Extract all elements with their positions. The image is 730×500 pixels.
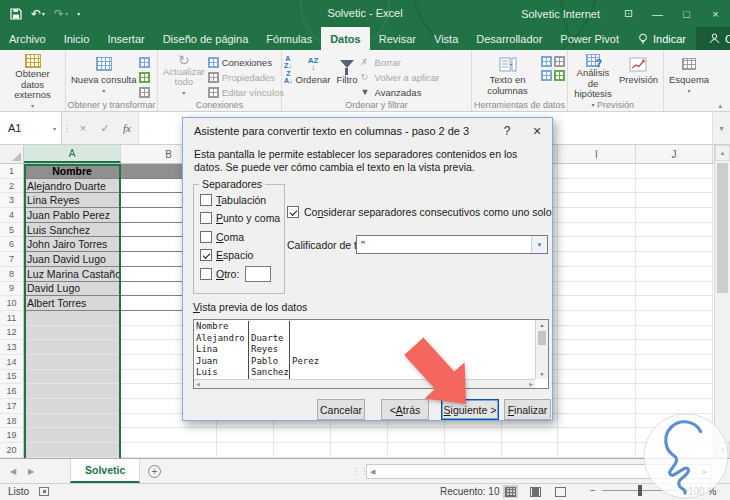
vertical-scroll-thumb[interactable] — [717, 163, 728, 293]
cell-J6[interactable] — [636, 237, 713, 252]
cell-A2[interactable]: Alejandro Duarte — [24, 179, 121, 194]
cell-J14[interactable] — [636, 355, 713, 370]
cell-B19[interactable] — [121, 428, 217, 443]
tab-inicio[interactable]: Inicio — [55, 27, 99, 50]
separator-option-tabulación[interactable]: Tabulación — [200, 193, 280, 206]
cell-J5[interactable] — [636, 223, 713, 238]
column-header-a[interactable]: A — [24, 145, 121, 163]
cell-B20[interactable] — [121, 443, 217, 458]
outline-button[interactable]: Esquema ▾ — [666, 52, 712, 100]
filter-button[interactable]: Filtro — [333, 52, 360, 100]
separator-option-otro[interactable]: Otro: — [200, 267, 280, 280]
cell-A13[interactable] — [24, 340, 121, 355]
consolidate-icon[interactable] — [554, 70, 565, 81]
cell-A1[interactable]: Nombre — [24, 164, 121, 179]
row-header-5[interactable]: 5 — [0, 223, 24, 238]
normal-view-button[interactable] — [503, 485, 518, 498]
page-break-view-button[interactable] — [553, 485, 568, 498]
cell-J13[interactable] — [636, 340, 713, 355]
sort-za-button[interactable]: ZA↓ — [284, 70, 293, 84]
cell-A7[interactable]: Juan David Lugo — [24, 252, 121, 267]
sort-az-button[interactable]: AZ↓ — [284, 55, 293, 69]
cell-A18[interactable] — [24, 414, 121, 429]
minimize-button[interactable]: — — [643, 0, 672, 27]
row-header-14[interactable]: 14 — [0, 355, 24, 370]
cell-H19[interactable] — [502, 428, 558, 443]
data-validation-icon[interactable] — [541, 70, 552, 81]
row-header-1[interactable]: 1 — [0, 164, 24, 179]
ribbon-display-options-button[interactable]: ⊡ — [614, 0, 643, 27]
cell-E19[interactable] — [331, 428, 388, 443]
collapse-ribbon-icon[interactable]: ▴ — [718, 102, 722, 110]
row-header-9[interactable]: 9 — [0, 282, 24, 297]
row-header-10[interactable]: 10 — [0, 296, 24, 311]
close-button[interactable]: × — [701, 0, 730, 27]
tab-fórmulas[interactable]: Fórmulas — [257, 27, 321, 50]
separator-option-punto-y-coma[interactable]: Punto y coma — [200, 212, 280, 225]
separator-option-espacio[interactable]: Espacio — [200, 249, 280, 262]
cell-I14[interactable] — [558, 355, 636, 370]
cell-H20[interactable] — [502, 443, 558, 458]
undo-button[interactable]: ↶▾ — [31, 7, 45, 21]
advanced-filter-button[interactable]: ▼Avanzadas — [361, 85, 440, 99]
tab-desarrollador[interactable]: Desarrollador — [467, 27, 551, 50]
cell-I15[interactable] — [558, 370, 636, 385]
cell-J1[interactable] — [636, 164, 713, 179]
cell-J16[interactable] — [636, 384, 713, 399]
edit-links-button[interactable]: Editar vínculos — [208, 85, 284, 99]
row-header-17[interactable]: 17 — [0, 399, 24, 414]
recent-queries-button[interactable] — [139, 85, 150, 99]
name-box[interactable]: A1 ▾ — [0, 112, 62, 144]
cell-I3[interactable] — [558, 193, 636, 208]
cell-I17[interactable] — [558, 399, 636, 414]
remove-duplicates-icon[interactable] — [554, 56, 565, 67]
cell-A5[interactable]: Luis Sanchez — [24, 223, 121, 238]
recent-sources-button[interactable] — [139, 55, 150, 69]
preview-scroll-thumb[interactable] — [538, 331, 546, 345]
cell-A4[interactable]: Juan Pablo Perez — [24, 208, 121, 223]
cell-I7[interactable] — [558, 252, 636, 267]
clear-filter-button[interactable]: ✗Borrar — [361, 55, 440, 69]
cell-I8[interactable] — [558, 267, 636, 282]
row-header-11[interactable]: 11 — [0, 311, 24, 326]
cell-C19[interactable] — [217, 428, 274, 443]
cell-I2[interactable] — [558, 179, 636, 194]
cell-J11[interactable] — [636, 311, 713, 326]
cell-A17[interactable] — [24, 399, 121, 414]
row-header-12[interactable]: 12 — [0, 326, 24, 341]
text-qualifier-combobox[interactable]: " ▼ — [356, 235, 548, 254]
row-header-13[interactable]: 13 — [0, 340, 24, 355]
row-header-2[interactable]: 2 — [0, 179, 24, 194]
cell-J8[interactable] — [636, 267, 713, 282]
from-table-button[interactable] — [139, 70, 150, 84]
scroll-up-icon[interactable]: ▲ — [715, 145, 730, 161]
cell-A20[interactable] — [24, 443, 121, 458]
text-to-columns-button[interactable]: Texto en columnas — [474, 52, 541, 100]
row-header-18[interactable]: 18 — [0, 414, 24, 429]
dialog-help-button[interactable]: ? — [492, 118, 522, 144]
preview-scroll-left-icon[interactable]: ◀ — [196, 381, 200, 387]
maximize-button[interactable]: □ — [672, 0, 701, 27]
tab-archivo[interactable]: Archivo — [0, 27, 55, 50]
share-button[interactable]: Compartir — [696, 27, 730, 50]
row-header-8[interactable]: 8 — [0, 267, 24, 282]
customize-qat-button[interactable]: ▾ — [77, 10, 80, 17]
dialog-close-button[interactable]: × — [522, 118, 552, 144]
cell-I10[interactable] — [558, 296, 636, 311]
cell-A15[interactable] — [24, 370, 121, 385]
cell-J15[interactable] — [636, 370, 713, 385]
row-header-16[interactable]: 16 — [0, 384, 24, 399]
expand-formula-bar-icon[interactable]: ▾ — [712, 112, 730, 144]
cell-J2[interactable] — [636, 179, 713, 194]
forecast-sheet-button[interactable]: Previsión — [616, 52, 661, 100]
scroll-left-icon[interactable]: ◀ — [370, 468, 375, 476]
tab-diseño-de-página[interactable]: Diseño de página — [154, 27, 258, 50]
sort-button[interactable]: AZ↓ Ordenar — [293, 52, 334, 100]
get-external-data-button[interactable]: Obtener datos externos ▾ — [2, 52, 63, 100]
cell-I12[interactable] — [558, 326, 636, 341]
cell-J4[interactable] — [636, 208, 713, 223]
row-header-4[interactable]: 4 — [0, 208, 24, 223]
flash-fill-icon[interactable] — [541, 56, 552, 67]
cell-A12[interactable] — [24, 326, 121, 341]
cell-G20[interactable] — [445, 443, 502, 458]
